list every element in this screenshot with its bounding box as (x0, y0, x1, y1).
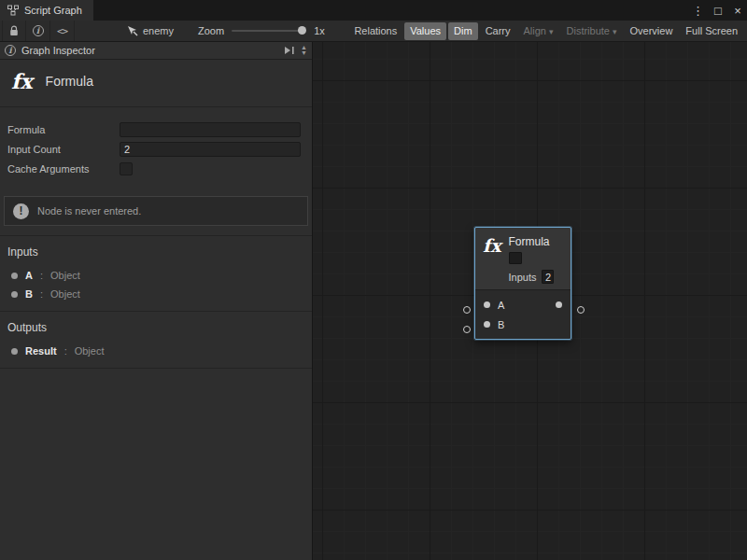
align-dropdown[interactable]: Align▾ (518, 22, 559, 40)
inspector-toggle-button[interactable]: i (26, 21, 50, 41)
warning-text: Node is never entered. (37, 205, 141, 217)
dock-right-icon[interactable] (284, 46, 295, 55)
overview-button[interactable]: Overview (625, 22, 679, 40)
zoom-label: Zoom (198, 25, 224, 36)
full-screen-button[interactable]: Full Screen (680, 22, 743, 40)
formula-fx-icon: fx (11, 69, 33, 93)
lock-icon (9, 25, 19, 36)
unit-title-block: fx Formula (0, 60, 312, 107)
formula-field-label: Formula (7, 124, 120, 135)
unit-title-text: Formula (46, 74, 93, 89)
cache-arguments-label: Cache Arguments (7, 163, 120, 175)
node-inputs-label: Inputs (509, 272, 537, 283)
graph-inspector-panel: i Graph Inspector ▲ ▼ fx Formula Formula (0, 42, 313, 560)
script-graph-icon (7, 5, 19, 16)
node-port-row-b: B (475, 315, 571, 334)
chevron-down-icon: ▾ (613, 27, 617, 36)
chevron-down-icon: ▾ (549, 27, 554, 36)
window-controls: ⋮ □ × (692, 0, 743, 21)
panel-scroll-buttons[interactable]: ▲ ▼ (301, 45, 307, 56)
node-ports: A B (475, 289, 571, 339)
carry-button[interactable]: Carry (480, 22, 516, 40)
tab-script-graph[interactable]: Script Graph (0, 0, 93, 21)
graph-owner-icon (127, 25, 138, 36)
output-port-result-icon[interactable] (556, 301, 562, 308)
cache-arguments-checkbox[interactable] (120, 162, 133, 175)
close-icon[interactable]: × (732, 4, 743, 18)
graph-target-label: enemy (143, 25, 174, 36)
info-icon: i (5, 45, 16, 56)
code-icon: <> (57, 25, 67, 37)
distribute-dropdown[interactable]: Distribute▾ (561, 22, 623, 40)
kebab-menu-icon[interactable]: ⋮ (692, 4, 704, 18)
warning-icon: ! (13, 203, 29, 219)
zoom-slider[interactable] (232, 30, 306, 32)
input-count-label: Input Count (7, 144, 120, 155)
outputs-heading: Outputs (0, 317, 312, 342)
input-count-input[interactable] (120, 142, 301, 157)
external-port-left-b-icon[interactable] (463, 326, 471, 333)
graph-toolbar: i <> enemy Zoom 1x Relations Values Dim … (0, 21, 747, 42)
zoom-value: 1x (314, 25, 325, 36)
inputs-section: Inputs A : Object B : Object (0, 235, 312, 311)
graph-target-chip[interactable]: enemy (127, 25, 174, 36)
graph-inspector-header[interactable]: i Graph Inspector ▲ ▼ (0, 42, 312, 60)
port-dot-icon (11, 348, 18, 355)
input-port-a-icon[interactable] (484, 301, 490, 308)
graph-canvas[interactable]: fx Formula Inputs 2 A (313, 42, 747, 560)
formula-node[interactable]: fx Formula Inputs 2 A (474, 227, 571, 340)
tab-label: Script Graph (24, 5, 82, 16)
scroll-down-icon[interactable]: ▼ (301, 50, 307, 56)
node-port-row-a: A (475, 295, 571, 315)
outputs-section: Outputs Result : Object (0, 311, 312, 369)
dim-button[interactable]: Dim (448, 22, 478, 40)
unity-script-graph-window: Script Graph ⋮ □ × i <> enemy (0, 0, 747, 560)
output-port-result[interactable]: Result : Object (0, 342, 312, 360)
edit-script-button[interactable]: <> (50, 21, 75, 41)
external-port-left-a-icon[interactable] (463, 306, 471, 314)
lock-button[interactable] (2, 21, 26, 41)
tab-bar: Script Graph ⋮ □ × (0, 0, 747, 21)
inputs-heading: Inputs (0, 242, 312, 266)
node-formula-input[interactable] (509, 252, 522, 264)
node-input-count-field[interactable]: 2 (542, 270, 554, 284)
node-port-a-label: A (498, 300, 504, 311)
node-title: Formula (509, 235, 555, 248)
zoom-control: Zoom 1x (198, 25, 325, 36)
graph-inspector-title: Graph Inspector (21, 45, 95, 56)
formula-fx-icon: fx (483, 235, 501, 284)
input-port-b[interactable]: B : Object (0, 285, 312, 303)
input-port-b-icon[interactable] (484, 321, 490, 328)
warning-box: ! Node is never entered. (4, 196, 308, 226)
toolbar-buttons: Relations Values Dim Carry Align▾ Distri… (348, 21, 743, 41)
formula-node-header[interactable]: fx Formula Inputs 2 (475, 228, 571, 289)
external-port-right-result-icon[interactable] (577, 306, 585, 314)
port-dot-icon (11, 291, 18, 298)
relations-button[interactable]: Relations (348, 22, 402, 40)
info-icon: i (33, 25, 44, 36)
input-port-a[interactable]: A : Object (0, 266, 312, 285)
values-button[interactable]: Values (404, 22, 446, 40)
zoom-slider-thumb[interactable] (298, 26, 306, 35)
unit-fields: Formula Input Count Cache Arguments (0, 107, 312, 185)
port-dot-icon (11, 273, 18, 279)
node-port-b-label: B (498, 319, 504, 330)
formula-input[interactable] (120, 122, 301, 137)
maximize-icon[interactable]: □ (712, 4, 724, 18)
